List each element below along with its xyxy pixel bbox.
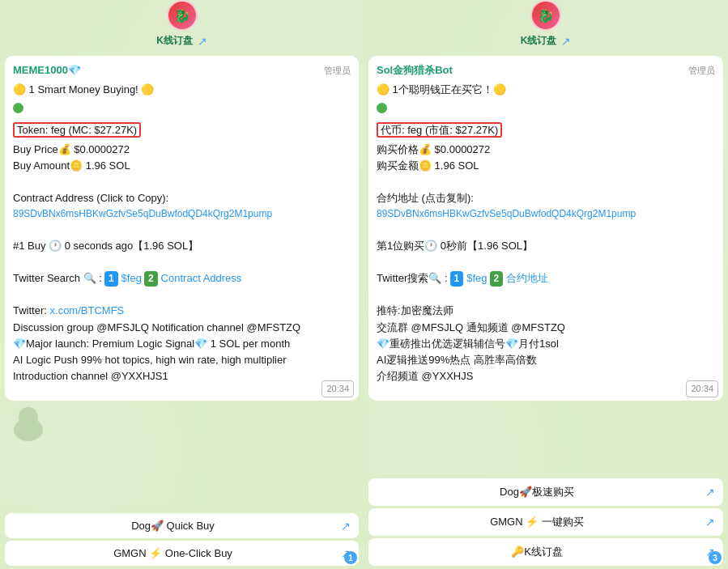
left-discussion-line: Discussion group @MFSJLQ Notification ch… <box>13 320 351 336</box>
right-role: 管理员 <box>688 64 715 78</box>
right-contract-label: 合约地址 (点击复制): <box>377 190 715 206</box>
left-badge2-text[interactable]: Contract Address <box>161 270 242 287</box>
right-main-bubble: Sol金狗猎杀Bot 管理员 🟡 1个聪明钱正在买它！🟡 代币: feg (市值… <box>368 56 723 401</box>
right-btn2[interactable]: GMGN ⚡ 一键购买 ↗ <box>368 508 723 536</box>
right-panel-content: 🐉 K线订盘 ↗ Sol金狗猎杀Bot 管理员 🟡 1个聪明钱正在买它！🟡 <box>364 0 728 569</box>
right-btn1[interactable]: Dog🚀极速购买 ↗ <box>368 478 723 506</box>
left-panel-content: 🐉 K线订盘 ↗ MEME1000💎 管理员 🟡 1 Smart Money B… <box>0 0 364 569</box>
left-major-launch: 💎Major launch: Premium Logic Signal💎 1 S… <box>13 336 351 352</box>
left-twitter-line: Twitter: x.com/BTCMFS <box>13 303 351 319</box>
left-messages: MEME1000💎 管理员 🟡 1 Smart Money Buying! 🟡 … <box>0 51 364 510</box>
left-btn-row: Dog🚀 Quick Buy ↗ GMGN ⚡ One-Click Buy ↗ … <box>0 510 364 569</box>
right-twitter-search-label: Twitter搜索🔍 : <box>377 270 448 287</box>
left-buy-line: #1 Buy 🕐 0 seconds ago【1.96 SOL】 <box>13 238 351 254</box>
right-messages: Sol金狗猎杀Bot 管理员 🟡 1个聪明钱正在买它！🟡 代币: feg (市值… <box>364 51 728 475</box>
left-main-bubble: MEME1000💎 管理员 🟡 1 Smart Money Buying! 🟡 … <box>5 56 359 401</box>
left-sender: MEME1000💎 <box>13 62 81 79</box>
left-ai-logic: AI Logic Push 99% hot topics, high win r… <box>13 352 351 368</box>
right-badge2[interactable]: 2 <box>490 271 504 287</box>
right-bubble-header: Sol金狗猎杀Bot 管理员 <box>377 62 715 79</box>
right-green-dot <box>377 103 387 113</box>
right-buy-amount: 购买金额🪙 1.96 SOL <box>377 158 715 174</box>
left-twitter-search-row: Twitter Search 🔍 : 1 $feg 2 Contract Add… <box>13 270 351 287</box>
left-role: 管理员 <box>324 64 351 78</box>
right-top-cut: 🐉 <box>364 0 728 32</box>
left-bubble-header: MEME1000💎 管理员 <box>13 62 351 79</box>
left-btn1-arrow: ↗ <box>341 520 351 533</box>
right-panel: 🐉 K线订盘 ↗ Sol金狗猎杀Bot 管理员 🟡 1个聪明钱正在买它！🟡 <box>364 0 728 569</box>
left-twitter-link[interactable]: x.com/BTCMFS <box>50 304 125 316</box>
right-sender: Sol金狗猎杀Bot <box>377 62 453 79</box>
right-twitter-line: 推特:加密魔法师 <box>377 303 715 319</box>
left-panel: 🐉 K线订盘 ↗ MEME1000💎 管理员 🟡 1 Smart Money B… <box>0 0 364 569</box>
left-contract-address[interactable]: 89SDvBNx6msHBKwGzfvSe5qDuBwfodQD4kQrg2M1… <box>13 206 351 222</box>
main-container: 🐉 K线订盘 ↗ MEME1000💎 管理员 🟡 1 Smart Money B… <box>0 0 728 569</box>
right-buy-price: 购买价格💰 $0.0000272 <box>377 142 715 158</box>
left-btn2[interactable]: GMGN ⚡ One-Click Buy ↗ 1 <box>5 541 359 566</box>
right-token-line: 代币: feg (市值: $27.27K) <box>377 122 715 138</box>
right-btn-row: Dog🚀极速购买 ↗ GMGN ⚡ 一键购买 ↗ 🔑K线订盘 ↗ 3 <box>364 475 728 569</box>
right-badge1-text[interactable]: $feg <box>466 270 487 287</box>
right-token-highlight: 代币: feg (市值: $27.27K) <box>377 122 502 138</box>
left-token-line: Token: feg (MC: $27.27K) <box>13 122 351 138</box>
left-line1: 🟡 1 Smart Money Buying! 🟡 <box>13 82 351 98</box>
left-timestamp: 20:34 <box>321 380 354 397</box>
right-top-label: K线订盘 <box>521 34 557 48</box>
left-green-dot <box>13 103 23 113</box>
left-badge1[interactable]: 1 <box>104 271 118 287</box>
right-line1: 🟡 1个聪明钱正在买它！🟡 <box>377 82 715 98</box>
right-buy-line: 第1位购买🕐 0秒前【1.96 SOL】 <box>377 238 715 254</box>
left-buy-amount: Buy Amount🪙 1.96 SOL <box>13 158 351 174</box>
right-btn3[interactable]: 🔑K线订盘 ↗ 3 <box>368 538 723 566</box>
left-top-avatar: 🐉 <box>167 0 198 31</box>
right-top-avatar: 🐉 <box>530 0 561 31</box>
right-btn2-arrow: ↗ <box>705 516 715 529</box>
right-discussion-line: 交流群 @MFSJLQ 通知频道 @MFSTZQ <box>377 320 715 336</box>
right-unread-badge: 3 <box>709 551 722 564</box>
left-top-label: K线订盘 <box>156 34 193 48</box>
left-badge1-text[interactable]: $feg <box>121 270 142 287</box>
right-intro-channel: 介绍频道 @YXXHJS <box>377 368 715 384</box>
left-unread-badge: 1 <box>344 551 357 564</box>
left-buy-price: Buy Price💰 $0.0000272 <box>13 142 351 158</box>
left-badge2[interactable]: 2 <box>144 271 158 287</box>
left-token-highlight: Token: feg (MC: $27.27K) <box>13 122 141 138</box>
right-twitter-search-row: Twitter搜索🔍 : 1 $feg 2 合约地址 <box>377 270 715 287</box>
left-top-cut: 🐉 <box>0 0 364 32</box>
left-btn1[interactable]: Dog🚀 Quick Buy ↗ <box>5 513 359 538</box>
right-badge2-text[interactable]: 合约地址 <box>506 270 548 287</box>
right-timestamp: 20:34 <box>686 380 718 397</box>
right-contract-address[interactable]: 89SDvBNx6msHBKwGzfvSe5qDuBwfodQD4kQrg2M1… <box>377 206 715 222</box>
right-major-launch: 💎重磅推出优选逻辑辅信号💎月付1sol <box>377 336 715 352</box>
left-twitter-search-label: Twitter Search 🔍 : <box>13 270 102 287</box>
left-intro-channel: Introduction channel @YXXHJS1 <box>13 368 351 384</box>
left-contract-label: Contract Address (Click to Copy): <box>13 190 351 206</box>
right-badge1[interactable]: 1 <box>450 271 464 287</box>
right-ai-logic: AI逻辑推送99%热点 高胜率高倍数 <box>377 352 715 368</box>
right-btn1-arrow: ↗ <box>705 486 715 499</box>
